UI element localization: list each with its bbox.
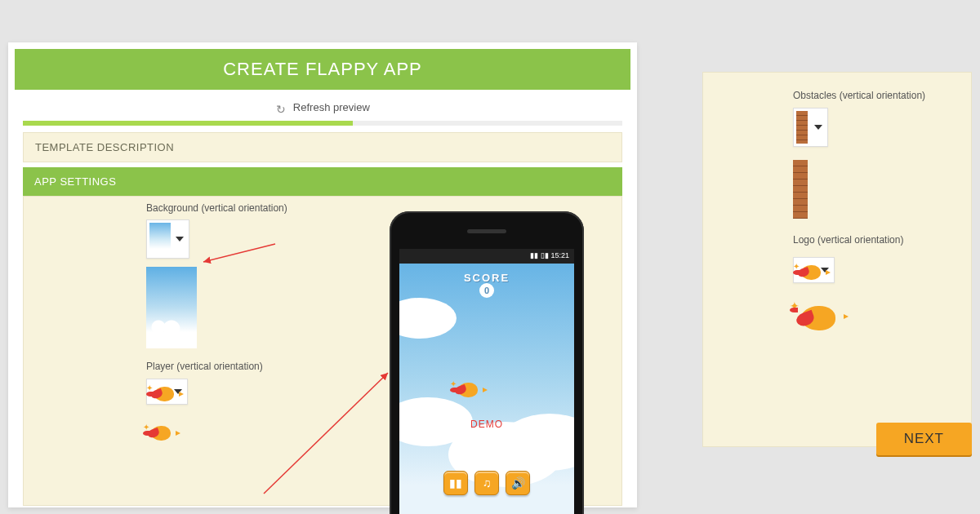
obstacle-thumb-icon bbox=[796, 111, 808, 144]
status-bar: ▮▮ ▯▮ 15:21 bbox=[399, 249, 574, 264]
obstacles-label: Obstacles (vertical orientation) bbox=[793, 89, 956, 103]
settings-left-column: Background (vertical orientation) Player… bbox=[146, 202, 359, 445]
progress-bar bbox=[23, 121, 622, 126]
settings-body: Background (vertical orientation) Player… bbox=[23, 196, 622, 506]
page-title: CREATE FLAPPY APP bbox=[15, 49, 630, 90]
logo-label: Logo (vertical orientation) bbox=[793, 233, 956, 247]
music-button[interactable]: ♫ bbox=[474, 471, 499, 495]
pause-icon: ▮▮ bbox=[449, 476, 462, 490]
logo-thumb-icon: ✦ bbox=[796, 260, 821, 280]
chevron-down-icon bbox=[176, 237, 184, 241]
refresh-icon bbox=[275, 103, 287, 114]
signal-icon: ▮▮ ▯▮ bbox=[530, 251, 550, 259]
pause-button[interactable]: ▮▮ bbox=[443, 471, 468, 495]
chevron-down-icon bbox=[814, 125, 822, 130]
music-icon: ♫ bbox=[483, 476, 492, 490]
section-template-description[interactable]: TEMPLATE DESCRIPTION bbox=[23, 132, 622, 162]
main-panel: CREATE FLAPPY APP Refresh preview TEMPLA… bbox=[8, 42, 637, 507]
game-buttons: ▮▮ ♫ 🔊 bbox=[399, 471, 574, 495]
obstacles-dropdown[interactable] bbox=[793, 108, 828, 147]
logo-preview: ✦ bbox=[793, 298, 847, 337]
right-panel: Obstacles (vertical orientation) Logo (v… bbox=[702, 72, 972, 447]
section-app-settings[interactable]: APP SETTINGS bbox=[23, 167, 622, 196]
refresh-preview-button[interactable]: Refresh preview bbox=[8, 96, 637, 121]
game-bird-icon: ✦ bbox=[453, 378, 486, 401]
refresh-label: Refresh preview bbox=[293, 101, 370, 113]
score-value: 0 bbox=[479, 283, 494, 298]
game-screen: ▮▮ ▯▮ 15:21 SCORE 0 ✦ DEMO ▮▮ ♫ 🔊 bbox=[399, 249, 574, 514]
player-dropdown[interactable]: ✦ bbox=[146, 379, 188, 405]
score-label: SCORE bbox=[399, 272, 574, 284]
progress-fill bbox=[23, 121, 353, 126]
logo-dropdown[interactable]: ✦ bbox=[793, 257, 835, 283]
phone-preview: ▮▮ ▯▮ 15:21 SCORE 0 ✦ DEMO ▮▮ ♫ 🔊 ◁ bbox=[390, 211, 584, 514]
player-thumb-icon: ✦ bbox=[149, 382, 174, 401]
background-label: Background (vertical orientation) bbox=[146, 202, 359, 215]
background-thumb-icon bbox=[149, 223, 171, 255]
sound-button[interactable]: 🔊 bbox=[506, 471, 530, 495]
background-preview bbox=[146, 267, 197, 348]
background-dropdown[interactable] bbox=[146, 219, 189, 259]
demo-label: DEMO bbox=[399, 419, 574, 430]
obstacle-preview bbox=[793, 160, 808, 219]
player-preview: ✦ bbox=[146, 421, 179, 444]
speaker-icon: 🔊 bbox=[511, 476, 525, 490]
next-button[interactable]: NEXT bbox=[876, 423, 972, 455]
status-time: 15:21 bbox=[550, 251, 569, 259]
cloud-icon bbox=[399, 298, 457, 339]
player-label: Player (vertical orientation) bbox=[146, 360, 359, 374]
phone-speaker-icon bbox=[467, 229, 506, 233]
